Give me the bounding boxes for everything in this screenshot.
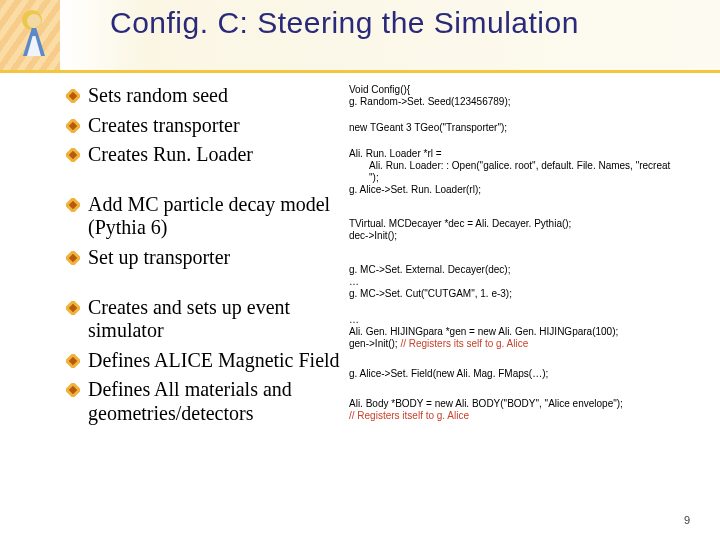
code-block: Void Config(){ g. Random->Set. Seed(1234…	[349, 84, 716, 108]
code-line: ");	[349, 172, 716, 184]
list-label: Creates and sets up event simulator	[88, 296, 290, 342]
code-line: dec->Init();	[349, 230, 397, 241]
code-block: g. Alice->Set. Field(new Ali. Mag. FMaps…	[349, 368, 716, 380]
code-line: Ali. Body *BODY = new Ali. BODY("BODY", …	[349, 398, 623, 409]
code-block: g. MC->Set. External. Decayer(dec); … g.…	[349, 264, 716, 300]
slide-title: Config. C: Steering the Simulation	[110, 6, 579, 40]
list-label: Set up transporter	[88, 246, 230, 268]
bullet-list: Sets random seed Creates transporter Cre…	[68, 84, 345, 426]
code-block: … Ali. Gen. HIJINGpara *gen = new Ali. G…	[349, 314, 716, 350]
bullet-icon	[66, 89, 80, 103]
bullet-icon	[66, 198, 80, 212]
list-label: Defines All materials and geometries/det…	[88, 378, 292, 424]
code-line: Void Config(){	[349, 84, 410, 95]
code-line: g. MC->Set. External. Decayer(dec);	[349, 264, 510, 275]
slide: Config. C: Steering the Simulation Sets …	[0, 0, 720, 540]
bullet-icon	[66, 148, 80, 162]
content-columns: Sets random seed Creates transporter Cre…	[0, 84, 720, 540]
page-number: 9	[684, 514, 690, 526]
code-line: g. Alice->Set. Field(new Ali. Mag. FMaps…	[349, 368, 548, 379]
list-item: Creates transporter	[68, 114, 345, 138]
code-line: new TGeant 3 TGeo("Transporter");	[349, 122, 507, 133]
list-item: Defines ALICE Magnetic Field	[68, 349, 345, 373]
code-comment: // Registers its self to g. Alice	[400, 338, 528, 349]
bullet-icon	[66, 301, 80, 315]
code-line: g. Alice->Set. Run. Loader(rl);	[349, 184, 481, 195]
code-comment: // Registers itself to g. Alice	[349, 410, 469, 421]
code-line: …	[349, 276, 359, 287]
list-item: Defines All materials and geometries/det…	[68, 378, 345, 425]
code-line: …	[349, 314, 359, 325]
list-label: Defines ALICE Magnetic Field	[88, 349, 340, 371]
alice-character-icon	[17, 8, 52, 66]
list-label: Creates Run. Loader	[88, 143, 253, 165]
list-item: Sets random seed	[68, 84, 345, 108]
bullet-icon	[66, 119, 80, 133]
list-label: Add MC particle decay model (Pythia 6)	[88, 193, 330, 239]
code-block: Ali. Run. Loader *rl = Ali. Run. Loader:…	[349, 148, 716, 196]
left-column: Sets random seed Creates transporter Cre…	[0, 84, 345, 540]
right-column-code: Void Config(){ g. Random->Set. Seed(1234…	[345, 84, 720, 540]
list-label: Sets random seed	[88, 84, 228, 106]
code-line: gen->Init(); // Registers its self to g.…	[349, 338, 528, 349]
code-line: Ali. Run. Loader: : Open("galice. root",…	[349, 160, 716, 172]
list-item: Creates Run. Loader	[68, 143, 345, 167]
bullet-icon	[66, 383, 80, 397]
bullet-icon	[66, 354, 80, 368]
code-line: g. MC->Set. Cut("CUTGAM", 1. e-3);	[349, 288, 512, 299]
list-label: Creates transporter	[88, 114, 240, 136]
code-block: TVirtual. MCDecayer *dec = Ali. Decayer.…	[349, 218, 716, 242]
code-block: Ali. Body *BODY = new Ali. BODY("BODY", …	[349, 398, 716, 422]
code-line: g. Random->Set. Seed(123456789);	[349, 96, 511, 107]
code-block: new TGeant 3 TGeo("Transporter");	[349, 122, 716, 134]
list-item: Add MC particle decay model (Pythia 6)	[68, 193, 345, 240]
code-line: Ali. Gen. HIJINGpara *gen = new Ali. Gen…	[349, 326, 618, 337]
list-item: Set up transporter	[68, 246, 345, 270]
code-line: Ali. Run. Loader *rl =	[349, 148, 442, 159]
code-line: TVirtual. MCDecayer *dec = Ali. Decayer.…	[349, 218, 571, 229]
bullet-icon	[66, 251, 80, 265]
list-item: Creates and sets up event simulator	[68, 296, 345, 343]
